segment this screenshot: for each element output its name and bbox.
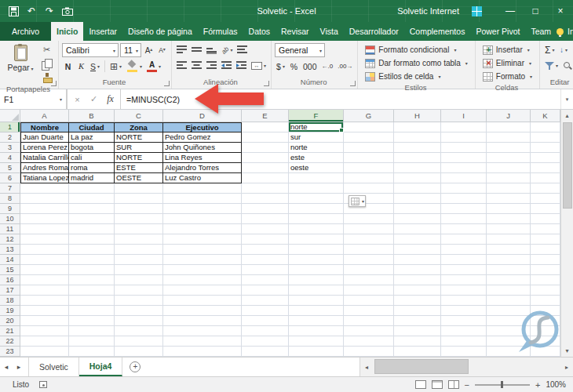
cell-K5[interactable] (531, 163, 560, 173)
cell-C17[interactable] (115, 285, 163, 296)
cell-D11[interactable] (163, 224, 242, 234)
cell-D16[interactable] (163, 275, 242, 285)
cell-styles-button[interactable]: Estilos de celda▾ (361, 70, 472, 83)
underline-button[interactable]: S▾ (89, 60, 101, 73)
cell-B1[interactable]: Ciudad (69, 122, 115, 132)
cell-D7[interactable] (163, 183, 242, 194)
cell-G12[interactable] (344, 234, 394, 245)
cell-A8[interactable] (20, 194, 69, 204)
autosum-button[interactable]: Σ▾ (543, 43, 556, 56)
cell-F8[interactable] (289, 194, 344, 204)
cell-H8[interactable] (394, 194, 441, 204)
cell-C16[interactable] (115, 275, 163, 285)
cell-E21[interactable] (242, 326, 289, 336)
cell-E22[interactable] (242, 336, 289, 347)
font-name-select[interactable]: Calibri▾ (62, 43, 119, 57)
cell-B2[interactable]: La paz (69, 132, 115, 143)
align-center-button[interactable] (190, 59, 203, 72)
cell-C23[interactable] (115, 347, 163, 357)
tab-archivo[interactable]: Archivo (0, 22, 51, 41)
cell-B19[interactable] (69, 306, 115, 316)
cell-E19[interactable] (242, 306, 289, 316)
scroll-up-icon[interactable]: ▴ (561, 110, 573, 122)
cell-F23[interactable] (289, 347, 344, 357)
cell-E15[interactable] (242, 265, 289, 275)
minimize-button[interactable]: — (498, 0, 523, 22)
insert-cells-button[interactable]: Insertar▾ (479, 43, 536, 56)
cell-C3[interactable]: SUR (115, 143, 163, 153)
cell-A20[interactable] (20, 316, 69, 326)
cell-A12[interactable] (20, 234, 69, 245)
format-as-table-button[interactable]: Dar formato como tabla▾ (361, 56, 472, 70)
cell-H12[interactable] (394, 234, 441, 245)
cell-E1[interactable] (242, 122, 289, 132)
cell-D21[interactable] (163, 326, 242, 336)
tell-me-box[interactable]: Indicar (557, 22, 573, 41)
cell-B9[interactable] (69, 204, 115, 214)
tab-desarrollador[interactable]: Desarrollador (344, 22, 404, 41)
sort-filter-button[interactable]: ▾ (543, 59, 560, 72)
cell-F14[interactable] (289, 255, 344, 265)
cell-B18[interactable] (69, 296, 115, 306)
cell-I22[interactable] (441, 336, 487, 347)
row-header-10[interactable]: 10 (0, 214, 20, 224)
cell-G22[interactable] (344, 336, 394, 347)
fill-down-button[interactable]: ↓▾ (558, 43, 570, 56)
cell-A15[interactable] (20, 265, 69, 275)
cell-G20[interactable] (344, 316, 394, 326)
cell-B14[interactable] (69, 255, 115, 265)
cell-D22[interactable] (163, 336, 242, 347)
row-header-13[interactable]: 13 (0, 245, 20, 255)
row-header-9[interactable]: 9 (0, 204, 20, 214)
cell-I18[interactable] (441, 296, 487, 306)
cell-H4[interactable] (394, 153, 441, 163)
cell-A1[interactable]: Nombre (20, 122, 69, 132)
scroll-left-icon[interactable]: ◂ (360, 358, 373, 376)
cell-I11[interactable] (441, 224, 487, 234)
tab-datos[interactable]: Datos (243, 22, 276, 41)
cell-D12[interactable] (163, 234, 242, 245)
zoom-slider-handle[interactable] (501, 381, 503, 388)
cell-K4[interactable] (531, 153, 560, 163)
cell-C14[interactable] (115, 255, 163, 265)
copy-button[interactable] (40, 57, 53, 71)
cell-I9[interactable] (441, 204, 487, 214)
cell-H15[interactable] (394, 265, 441, 275)
cell-F18[interactable] (289, 296, 344, 306)
row-header-20[interactable]: 20 (0, 316, 20, 326)
number-format-select[interactable]: General▾ (275, 43, 325, 57)
maximize-button[interactable]: □ (523, 0, 548, 22)
align-top-button[interactable] (175, 43, 188, 56)
paste-button[interactable]: Pegar▾ (3, 43, 38, 85)
cell-H18[interactable] (394, 296, 441, 306)
merge-center-button[interactable]: ↔▾ (250, 59, 268, 72)
row-header-12[interactable]: 12 (0, 234, 20, 245)
cell-E6[interactable] (242, 173, 289, 183)
vertical-scroll-thumb[interactable] (563, 122, 572, 209)
delete-cells-button[interactable]: Eliminar▾ (479, 56, 536, 70)
cell-G21[interactable] (344, 326, 394, 336)
redo-icon[interactable]: ↷ (43, 5, 56, 17)
cell-G19[interactable] (344, 306, 394, 316)
cell-H6[interactable] (394, 173, 441, 183)
cell-E20[interactable] (242, 316, 289, 326)
wrap-text-button[interactable] (235, 43, 249, 56)
cell-H13[interactable] (394, 245, 441, 255)
cell-A14[interactable] (20, 255, 69, 265)
cell-H19[interactable] (394, 306, 441, 316)
cell-I2[interactable] (441, 132, 487, 143)
cell-J14[interactable] (487, 255, 531, 265)
font-color-button[interactable]: ▾ (145, 60, 162, 73)
cell-C21[interactable] (115, 326, 163, 336)
column-header-G[interactable]: G (344, 110, 394, 122)
cell-F9[interactable] (289, 204, 344, 214)
comma-style-button[interactable]: 000 (301, 60, 319, 73)
cell-F2[interactable]: sur (289, 132, 344, 143)
column-header-H[interactable]: H (394, 110, 441, 122)
cell-J12[interactable] (487, 234, 531, 245)
cell-J1[interactable] (487, 122, 531, 132)
cell-K10[interactable] (531, 214, 560, 224)
cell-F17[interactable] (289, 285, 344, 296)
cell-F21[interactable] (289, 326, 344, 336)
cell-K2[interactable] (531, 132, 560, 143)
